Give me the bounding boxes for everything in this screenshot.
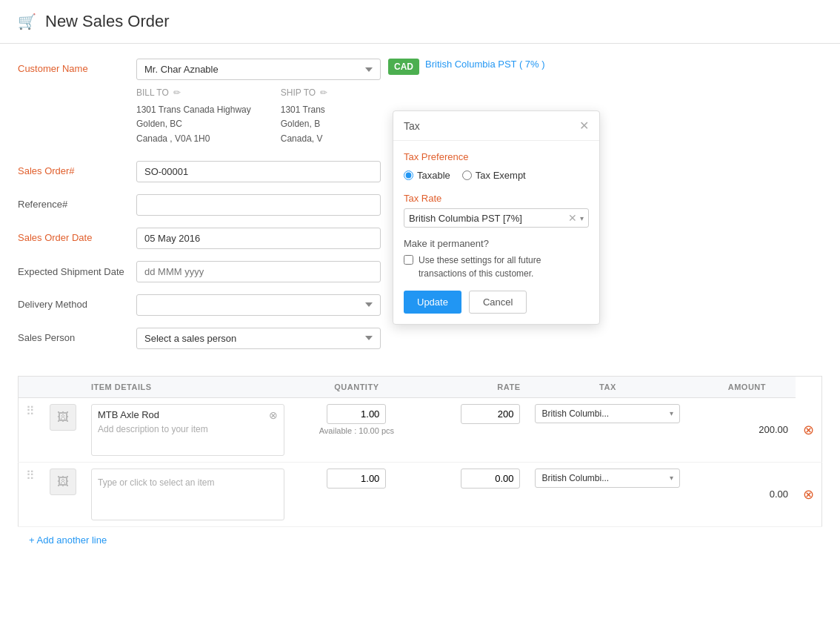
rate-input[interactable] <box>461 469 520 489</box>
delete-row-icon[interactable]: ⊗ <box>803 487 814 502</box>
image-icon: 🖼 <box>57 475 69 489</box>
col-tax: TAX <box>527 376 687 397</box>
available-text: Available : 10.00 pcs <box>299 426 414 435</box>
quantity-input[interactable] <box>327 404 386 424</box>
tax-value: British Columbi... <box>541 473 609 483</box>
amount-value: 200.00 <box>759 424 788 435</box>
item-input-area[interactable]: MTB Axle Rod ⊗ Add description to your i… <box>91 404 284 456</box>
amount-value: 0.00 <box>770 489 788 500</box>
add-line-label: + Add another line <box>29 534 107 546</box>
tax-select[interactable]: British Columbi... ▾ <box>535 469 680 488</box>
col-quantity: QUANTITY <box>292 376 421 397</box>
tax-rate-selector[interactable]: British Columbia PST [7%] ✕ ▾ <box>404 208 589 228</box>
cart-icon: 🛒 <box>18 13 36 30</box>
tax-dropdown-icon: ▾ <box>670 474 673 482</box>
tax-modal: Tax ✕ Tax Preference Taxable Tax Exempt … <box>393 110 600 325</box>
tax-rate-dropdown-icon[interactable]: ▾ <box>580 214 584 222</box>
item-input-area[interactable]: Type or click to select an item <box>91 469 284 520</box>
tax-rate-value: British Columbia PST [7%] <box>409 213 568 224</box>
tax-exempt-option[interactable]: Tax Exempt <box>462 170 526 181</box>
tax-modal-overlay: Tax ✕ Tax Preference Taxable Tax Exempt … <box>0 44 840 376</box>
rate-input[interactable] <box>461 404 520 424</box>
item-name: MTB Axle Rod <box>98 409 159 420</box>
item-thumbnail: 🖼 <box>50 469 76 495</box>
page-title: New Sales Order <box>45 12 170 31</box>
delete-row-icon[interactable]: ⊗ <box>803 423 814 437</box>
tax-dropdown-icon: ▾ <box>670 409 673 417</box>
col-amount: AMOUNT <box>687 376 796 397</box>
modal-close-icon[interactable]: ✕ <box>579 119 589 133</box>
image-icon: 🖼 <box>57 411 69 424</box>
tax-select[interactable]: British Columbi... ▾ <box>535 404 680 423</box>
tax-rate-clear-icon[interactable]: ✕ <box>568 212 577 224</box>
tax-preference-title: Tax Preference <box>404 151 589 162</box>
drag-handle[interactable]: ⠿ <box>26 405 35 417</box>
tax-rate-label: Tax Rate <box>404 193 589 204</box>
permanent-title: Make it permanent? <box>404 238 589 249</box>
item-description: Add description to your item <box>98 424 278 434</box>
taxable-label: Taxable <box>417 170 450 181</box>
modal-title: Tax <box>404 120 420 132</box>
table-row: ⠿ 🖼 MTB Axle Rod ⊗ Add description to yo… <box>19 397 822 462</box>
col-item-details: ITEM DETAILS <box>84 376 292 397</box>
quantity-input[interactable] <box>327 469 386 489</box>
item-clear-icon[interactable]: ⊗ <box>269 409 278 421</box>
permanent-label: Use these settings for all future transa… <box>419 254 589 280</box>
cancel-button[interactable]: Cancel <box>469 291 527 314</box>
table-row: ⠿ 🖼 Type or click to select an item <box>19 462 822 526</box>
update-button[interactable]: Update <box>404 291 461 314</box>
item-placeholder: Type or click to select an item <box>98 477 214 488</box>
col-rate: RATE <box>421 376 528 397</box>
tax-value: British Columbi... <box>541 408 609 419</box>
tax-exempt-label: Tax Exempt <box>476 170 526 181</box>
page-header: 🛒 New Sales Order <box>0 0 840 44</box>
taxable-option[interactable]: Taxable <box>404 170 450 181</box>
add-line-button[interactable]: + Add another line <box>25 534 107 546</box>
drag-handle[interactable]: ⠿ <box>26 469 35 482</box>
permanent-checkbox[interactable] <box>404 255 413 265</box>
item-thumbnail: 🖼 <box>50 404 76 431</box>
